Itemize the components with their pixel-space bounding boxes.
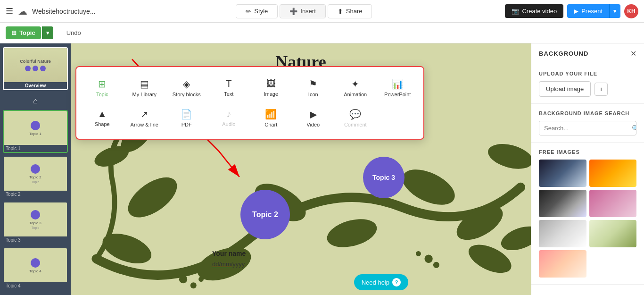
slide-overview-label: Overview bbox=[4, 82, 67, 89]
topic-dropdown-button[interactable]: ▾ bbox=[42, 26, 53, 39]
tab-share[interactable]: ⬆ Share bbox=[328, 4, 372, 18]
free-image-1[interactable] bbox=[539, 160, 586, 187]
insert-item-shape[interactable]: ▲Shape bbox=[82, 105, 123, 131]
create-video-label: Create video bbox=[522, 8, 557, 15]
upload-image-button[interactable]: Upload image bbox=[539, 81, 591, 97]
insert-panel: ⊞Topic▤My Library◈Story blocksTText🖼Imag… bbox=[75, 66, 424, 140]
insert-label2-5: Video bbox=[306, 122, 320, 127]
insert-item-image[interactable]: 🖼Image bbox=[251, 75, 291, 101]
insert-item-video[interactable]: ▶Video bbox=[293, 105, 334, 131]
insert-item-icon[interactable]: ⚑Icon bbox=[293, 75, 334, 101]
slide-item-overview[interactable]: Colorful Nature Overview bbox=[3, 47, 68, 90]
search-input[interactable] bbox=[539, 121, 628, 135]
slide-item-4[interactable]: 4 Topic 4 Topic 4 bbox=[3, 247, 68, 290]
tab-share-label: Share bbox=[346, 8, 363, 15]
cloud-icon[interactable]: ☁ bbox=[18, 6, 27, 17]
svg-point-17 bbox=[464, 239, 516, 278]
insert-icon-2: ◈ bbox=[183, 78, 190, 90]
insert-label-5: Icon bbox=[308, 92, 318, 97]
search-section: BACKGROUND IMAGE SEARCH 🔍 bbox=[531, 104, 644, 143]
free-images-section: FREE IMAGES bbox=[531, 143, 644, 285]
svg-point-7 bbox=[485, 140, 531, 173]
slide-label-3: Topic 3 bbox=[4, 236, 67, 244]
present-label: Present bbox=[581, 8, 603, 15]
need-help-button[interactable]: Need help ? bbox=[354, 274, 408, 290]
insert-item-text[interactable]: TText bbox=[209, 75, 249, 101]
insert-item-pdf[interactable]: 📄PDF bbox=[166, 105, 207, 131]
insert-icon2-3: ♪ bbox=[226, 109, 231, 119]
insert-icon-6: ✦ bbox=[351, 78, 359, 90]
free-image-3[interactable] bbox=[539, 190, 586, 217]
insert-item-chart[interactable]: 📶Chart bbox=[251, 105, 291, 131]
insert-item-topic[interactable]: ⊞Topic bbox=[82, 75, 123, 101]
free-image-7[interactable] bbox=[539, 250, 586, 278]
tab-insert-label: Insert bbox=[300, 8, 316, 15]
right-panel-title: BACKGROUND bbox=[539, 50, 588, 57]
info-button[interactable]: i bbox=[594, 83, 608, 96]
create-video-button[interactable]: 📷 Create video bbox=[505, 4, 563, 18]
present-dropdown-button[interactable]: ▾ bbox=[609, 4, 620, 18]
name-text: Your name bbox=[212, 250, 246, 257]
insert-item-comment: 💬Comment bbox=[335, 105, 376, 131]
svg-point-4 bbox=[324, 214, 380, 252]
avatar[interactable]: KH bbox=[624, 4, 638, 18]
insert-icon-0: ⊞ bbox=[98, 78, 106, 90]
undo-button[interactable]: Undo bbox=[63, 27, 85, 38]
free-images-grid bbox=[539, 160, 636, 278]
insert-label2-1: Arrow & line bbox=[131, 122, 158, 127]
free-images-title: FREE IMAGES bbox=[539, 149, 636, 155]
insert-item-animation[interactable]: ✦Animation bbox=[335, 75, 376, 101]
insert-icon-3: T bbox=[226, 78, 231, 89]
svg-point-10 bbox=[198, 277, 204, 282]
undo-label: Undo bbox=[66, 29, 81, 36]
svg-point-16 bbox=[92, 142, 132, 171]
camera-icon: 📷 bbox=[512, 8, 519, 15]
topic-button[interactable]: ⊞ Topic bbox=[6, 26, 41, 39]
insert-icon2-4: 📶 bbox=[265, 109, 277, 120]
topic-2-circle[interactable]: Topic 2 bbox=[240, 190, 290, 239]
insert-icon2-0: ▲ bbox=[98, 109, 107, 119]
slide-thumb-2: Topic 2 Topic bbox=[4, 157, 67, 191]
tab-style[interactable]: ✏ Style bbox=[236, 4, 278, 18]
present-button[interactable]: ▶ Present bbox=[567, 4, 609, 18]
free-image-5[interactable] bbox=[539, 220, 586, 247]
insert-icon2-6: 💬 bbox=[349, 109, 361, 120]
slide-item-2[interactable]: 2 3 Topic 2 Topic Topic 2 bbox=[3, 156, 68, 199]
upload-section: UPLOAD YOUR FILE Upload image i bbox=[531, 64, 644, 104]
slide-item-3[interactable]: 3 2 Topic 3 Topic Topic 3 bbox=[3, 202, 68, 244]
insert-label-6: Animation bbox=[344, 92, 367, 97]
insert-item-story-blocks[interactable]: ◈Story blocks bbox=[166, 75, 207, 101]
insert-item-arrow-line[interactable]: ↗Arrow & line bbox=[124, 105, 165, 131]
insert-label2-0: Shape bbox=[95, 121, 110, 127]
insert-label-4: Image bbox=[264, 91, 278, 97]
tab-insert[interactable]: ➕ Insert bbox=[280, 4, 326, 18]
insert-item-audio: ♪Audio bbox=[209, 105, 249, 131]
slides-panel: Colorful Nature Overview ⌂ 1 Topic 1 bbox=[0, 43, 71, 295]
info-icon: i bbox=[601, 85, 602, 93]
insert-item-my-library[interactable]: ▤My Library bbox=[124, 75, 165, 101]
insert-icon-4: 🖼 bbox=[266, 78, 276, 89]
hamburger-icon[interactable]: ☰ bbox=[6, 6, 13, 17]
search-icon-button[interactable]: 🔍 bbox=[628, 122, 636, 135]
svg-point-8 bbox=[179, 275, 187, 283]
free-image-4[interactable] bbox=[589, 190, 637, 217]
topic-2-label: Topic 2 bbox=[252, 211, 278, 219]
free-image-2[interactable] bbox=[589, 160, 637, 187]
slide-thumb-3: Topic 3 Topic bbox=[4, 202, 67, 236]
slide-label-2: Topic 2 bbox=[4, 191, 67, 198]
secondbar: ⊞ Topic ▾ Undo ⊞Topic▤My Library◈Story b… bbox=[0, 23, 644, 43]
upload-image-label: Upload image bbox=[546, 85, 584, 93]
insert-row2: ▲Shape↗Arrow & line📄PDF♪Audio📶Chart▶Vide… bbox=[82, 105, 418, 131]
topic-3-label: Topic 3 bbox=[372, 174, 395, 181]
insert-icon2-1: ↗ bbox=[140, 109, 149, 120]
insert-label-3: Text bbox=[224, 91, 233, 97]
slide-item-1[interactable]: 1 Topic 1 Topic 1 bbox=[3, 110, 68, 153]
topic-3-circle[interactable]: Topic 3 bbox=[363, 157, 405, 198]
need-help-label: Need help bbox=[362, 279, 389, 286]
close-icon[interactable]: ✕ bbox=[630, 49, 636, 58]
insert-item-powerpoint[interactable]: 📊PowerPoint bbox=[378, 75, 418, 101]
free-image-6[interactable] bbox=[589, 220, 637, 247]
svg-point-11 bbox=[424, 255, 432, 263]
insert-label-7: PowerPoint bbox=[384, 92, 411, 97]
help-circle-icon: ? bbox=[392, 278, 401, 287]
